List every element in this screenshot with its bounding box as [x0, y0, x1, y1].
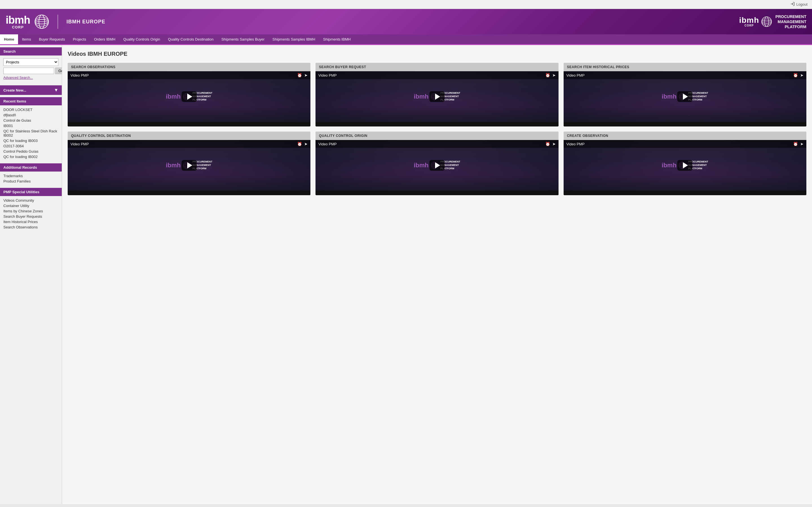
pmp-utilities-list: Videos CommunityContainer UtilityItems b… [0, 196, 62, 231]
video-icons: ⏰ ➤ [545, 142, 556, 146]
video-bottom-bar [315, 122, 558, 126]
main-layout: Search ProjectsItemsBuyer RequestsOrders… [0, 45, 812, 504]
header-right-logo-text: ibmh CORP [739, 16, 759, 27]
pmp-utility-item[interactable]: Items by Chinese Zones [3, 209, 58, 214]
header-divider [57, 15, 58, 29]
create-new-button[interactable]: Create New... ▼ [0, 86, 62, 95]
recent-item[interactable]: DOOR LOCKSET [3, 107, 58, 112]
header-title: IBMH EUROPE [66, 19, 105, 25]
video-card: QUALITY CONTROL DESTINATION Video PMP ⏰ … [68, 131, 310, 195]
additional-record-item[interactable]: Trademarks [3, 173, 58, 179]
video-bottom-bar [68, 122, 310, 126]
video-card: SEARCH ITEM HISTORICAL PRICES Video PMP … [564, 63, 806, 126]
video-top-bar: Video PMP ⏰ ➤ [68, 140, 310, 148]
clock-icon: ⏰ [545, 73, 550, 77]
nav-item-quality-controls-origin[interactable]: Quality Controls Origin [119, 34, 164, 44]
video-logo-text: ibmh [414, 93, 428, 100]
pmp-utilities-header: PMP Special Utilities [0, 188, 62, 196]
video-label: Video PMP [318, 73, 545, 77]
nav-item-buyer-requests[interactable]: Buyer Requests [35, 34, 69, 44]
nav-item-projects[interactable]: Projects [69, 34, 90, 44]
video-play-button[interactable] [677, 160, 693, 171]
content-area: Videos IBMH EUROPE SEARCH OBSERVATIONS V… [62, 45, 812, 504]
share-icon: ➤ [552, 73, 556, 77]
video-thumbnail[interactable]: Video PMP ⏰ ➤ ibmh PROCUREMENTMANAGEMENT… [564, 71, 806, 122]
additional-records-header: Additional Records [0, 163, 62, 172]
header-left: ibmh CORP IBMH EUROPE [6, 14, 105, 29]
video-card-title: SEARCH OBSERVATIONS [68, 63, 310, 71]
video-play-button[interactable] [677, 91, 693, 102]
share-icon: ➤ [800, 142, 804, 146]
video-card-title: SEARCH ITEM HISTORICAL PRICES [564, 63, 806, 71]
nav-item-shipments-ibmh[interactable]: Shipments IBMH [319, 34, 355, 44]
video-logo-text: ibmh [662, 162, 677, 169]
top-bar: Logout [0, 0, 812, 9]
video-play-button[interactable] [429, 160, 445, 171]
video-bottom-bar [564, 191, 806, 195]
video-card-title: QUALITY CONTROL ORIGIN [315, 131, 558, 140]
video-thumbnail[interactable]: Video PMP ⏰ ➤ ibmh PROCUREMENTMANAGEMENT… [315, 71, 558, 122]
video-thumbnail[interactable]: Video PMP ⏰ ➤ ibmh PROCUREMENTMANAGEMENT… [315, 140, 558, 191]
logout-link[interactable]: Logout [790, 2, 808, 7]
clock-icon: ⏰ [793, 142, 798, 146]
video-logo-text: ibmh [166, 162, 181, 169]
recent-item[interactable]: IB001 [3, 123, 58, 128]
additional-record-item[interactable]: Product Families [3, 179, 58, 184]
additional-records-list: TrademarksProduct Families [0, 172, 62, 186]
clock-icon: ⏰ [545, 142, 550, 146]
video-thumbnail[interactable]: Video PMP ⏰ ➤ ibmh PROCUREMENTMANAGEMENT… [68, 140, 310, 191]
advanced-search-link[interactable]: Advanced Search... [3, 76, 58, 80]
share-icon: ➤ [304, 142, 308, 146]
recent-item[interactable]: QC for loading IB003 [3, 138, 58, 144]
pmp-utility-item[interactable]: Container Utility [3, 203, 58, 209]
nav-item-items[interactable]: Items [18, 34, 35, 44]
recent-item[interactable]: Control de Guías [3, 118, 58, 123]
nav-item-orders-ibmh[interactable]: Orders IBMH [90, 34, 119, 44]
video-icons: ⏰ ➤ [545, 73, 556, 77]
page-title: Videos IBMH EUROPE [68, 51, 806, 57]
video-label: Video PMP [318, 142, 545, 146]
video-thumbnail[interactable]: Video PMP ⏰ ➤ ibmh PROCUREMENTMANAGEMENT… [68, 71, 310, 122]
recent-item[interactable]: Control Pedido Guías [3, 149, 58, 154]
video-logo-text: ibmh [166, 93, 181, 100]
nav-item-shipments-samples-ibmh[interactable]: Shipments Samples IBMH [268, 34, 319, 44]
pmp-utility-item[interactable]: Videos Community [3, 198, 58, 203]
pmp-utility-item[interactable]: Search Buyer Requests [3, 214, 58, 219]
search-area: ProjectsItemsBuyer RequestsOrders IBMH G… [0, 55, 62, 82]
header-right-globe-icon [761, 16, 772, 27]
recent-item[interactable]: QC for loading IB002 [3, 154, 58, 159]
clock-icon: ⏰ [297, 73, 302, 77]
video-bottom-bar [68, 191, 310, 195]
video-logo-text: ibmh [414, 162, 428, 169]
platform-text: PROCUREMENT MANAGEMENT PLATFORM [775, 14, 806, 30]
nav-item-quality-controls-destination[interactable]: Quality Controls Destination [164, 34, 217, 44]
recent-item[interactable]: dfjlasdñ [3, 112, 58, 118]
video-card: SEARCH BUYER REQUEST Video PMP ⏰ ➤ ibmh [315, 63, 558, 126]
video-top-bar: Video PMP ⏰ ➤ [564, 71, 806, 79]
recent-item[interactable]: QC for Stainless Steel Dish Rack IB002 [3, 128, 58, 138]
video-top-bar: Video PMP ⏰ ➤ [68, 71, 310, 79]
recent-items-list: DOOR LOCKSETdfjlasdñControl de GuíasIB00… [0, 105, 62, 161]
search-row: Go! [3, 68, 58, 74]
recent-items-header: Recent Items [0, 97, 62, 105]
pmp-utility-item[interactable]: Item Historical Prices [3, 219, 58, 224]
nav-item-home[interactable]: Home [0, 34, 18, 44]
video-play-button[interactable] [182, 91, 197, 102]
search-input[interactable] [3, 68, 54, 74]
pmp-utility-item[interactable]: Search Observations [3, 224, 58, 230]
video-play-button[interactable] [429, 91, 445, 102]
logo-text: ibmh CORP [6, 15, 30, 29]
share-icon: ➤ [552, 142, 556, 146]
video-logo-text: ibmh [662, 93, 677, 100]
search-select[interactable]: ProjectsItemsBuyer RequestsOrders IBMH [3, 58, 58, 66]
video-thumbnail[interactable]: Video PMP ⏰ ➤ ibmh PROCUREMENTMANAGEMENT… [564, 140, 806, 191]
create-new-label: Create New... [3, 88, 26, 93]
header-right: ibmh CORP PROCUREMENT MANAGEMENT PLATFOR… [739, 14, 806, 30]
video-label: Video PMP [566, 142, 793, 146]
video-top-bar: Video PMP ⏰ ➤ [315, 71, 558, 79]
video-label: Video PMP [566, 73, 793, 77]
nav-item-shipments-samples-buyer[interactable]: Shipments Samples Buyer [217, 34, 268, 44]
share-icon: ➤ [304, 73, 308, 77]
recent-item[interactable]: O2017-3064 [3, 144, 58, 149]
video-play-button[interactable] [182, 160, 197, 171]
